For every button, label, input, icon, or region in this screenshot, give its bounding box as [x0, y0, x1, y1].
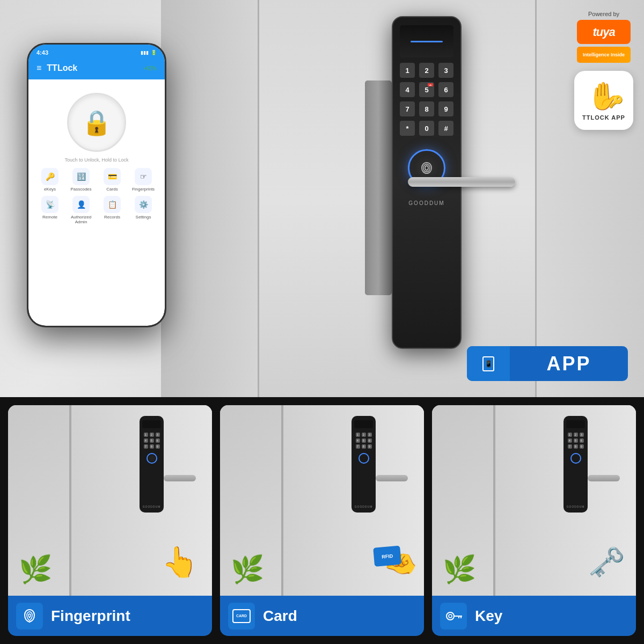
- fingerprint-door-sim: 🌿 1 2 3 4 5 6 7 8 9: [8, 405, 212, 596]
- signal-icon: ▮▮▮: [141, 50, 149, 55]
- passcodes-label: Passcodes: [70, 187, 91, 192]
- key-gesture: 🗝️: [588, 545, 625, 580]
- finger-gesture: 👆: [162, 545, 199, 580]
- menu-fingerprints[interactable]: ☞ Fingerprints: [130, 168, 157, 192]
- app-button[interactable]: 📱 APP: [467, 346, 628, 381]
- lock-circle[interactable]: 🔒: [67, 93, 126, 152]
- sim-handle-fp: [164, 475, 196, 481]
- handle-bar: [408, 177, 515, 187]
- settings-icon: ⚙️: [135, 196, 152, 213]
- unlock-text: Touch to Unlock, Hold to Lock: [64, 157, 128, 163]
- fingerprint-bar: Fingerprint: [8, 596, 212, 636]
- sim-handle-card: [376, 475, 408, 481]
- status-bar: 4:43 ▮▮▮ 🔋: [28, 45, 165, 61]
- status-icons: ▮▮▮ 🔋: [141, 50, 157, 55]
- remote-label: Remote: [42, 215, 57, 219]
- app-title: TTLock: [47, 63, 77, 73]
- ttlock-label: TTLOCK APP: [582, 114, 625, 121]
- menu-cards[interactable]: 💳 Cards: [99, 168, 126, 192]
- fingerprint-image: 🌿 1 2 3 4 5 6 7 8 9: [8, 405, 212, 596]
- mini-fp-ring-card: [358, 453, 369, 464]
- menu-settings[interactable]: ⚙️ Settings: [130, 196, 157, 224]
- fingerprint-label: Fingerprint: [51, 608, 130, 625]
- key-svg-icon: [444, 609, 463, 624]
- plant-fp: 🌿: [19, 554, 52, 585]
- key-0[interactable]: 0: [419, 121, 434, 136]
- tuya-name: tuya: [592, 25, 614, 39]
- key-overlay-icon: 🔑: [609, 95, 623, 109]
- mini-fp-inner: [149, 455, 155, 462]
- phone-time: 4:43: [36, 49, 48, 56]
- plant-key: 🌿: [443, 554, 476, 585]
- key-image: 🌿 1 2 3 4 5 6 7 8 9 GOODDUM: [432, 405, 636, 596]
- key-1[interactable]: 1: [400, 63, 415, 78]
- records-label: Records: [104, 215, 120, 219]
- cards-label: Cards: [106, 187, 118, 192]
- key-8[interactable]: 8: [419, 101, 434, 116]
- key-5[interactable]: 5 ok: [419, 82, 434, 97]
- mini-display-card: [354, 420, 373, 428]
- cards-icon: 💳: [104, 168, 121, 185]
- ekeys-label: eKeys: [44, 187, 56, 192]
- menu-passcodes[interactable]: 🔢 Passcodes: [68, 168, 94, 192]
- menu-records[interactable]: 📋 Records: [99, 196, 126, 224]
- phone: 4:43 ▮▮▮ 🔋 ≡ TTLock +42% 🔒 Touch to Unlo…: [27, 43, 166, 327]
- phone-container: 4:43 ▮▮▮ 🔋 ≡ TTLock +42% 🔒 Touch to Unlo…: [27, 43, 199, 354]
- key-label: Key: [475, 608, 502, 625]
- mini-lock-card: 1 2 3 4 5 6 7 8 9 GOODDUM: [352, 416, 376, 513]
- svg-point-3: [449, 614, 452, 618]
- key-bar: Key: [432, 596, 636, 636]
- tuya-badge: Powered by tuya Intelligence Inside ✋ 🔑 …: [574, 11, 633, 130]
- svg-point-2: [447, 612, 454, 620]
- battery-percentage: +42%: [143, 65, 157, 71]
- menu-ekeys[interactable]: 🔑 eKeys: [36, 168, 63, 192]
- app-screen-symbol: 📱: [485, 360, 493, 368]
- door-hardware: [365, 80, 392, 295]
- plant-card: 🌿: [231, 554, 264, 585]
- lock-brand-label: GOODDUM: [408, 200, 444, 206]
- menu-icon: ≡: [36, 63, 41, 73]
- ekeys-icon: 🔑: [41, 168, 58, 185]
- key-4[interactable]: 4: [400, 82, 415, 97]
- card-feature-card: 🌿 1 2 3 4 5 6 7 8 9 GOODDUM: [220, 405, 424, 636]
- mini-keypad-card: 1 2 3 4 5 6 7 8 9: [356, 433, 372, 449]
- card-bar: CARD Card: [220, 596, 424, 636]
- lock-display: [400, 25, 453, 57]
- sim-handle-key: [588, 475, 620, 481]
- battery-icon: 🔋: [151, 50, 157, 55]
- key-door-sim: 🌿 1 2 3 4 5 6 7 8 9 GOODDUM: [432, 405, 636, 596]
- key-6[interactable]: 6: [438, 82, 453, 97]
- lock-icon: 🔒: [82, 108, 112, 137]
- phone-menu-grid: 🔑 eKeys 🔢 Passcodes 💳 Cards ☞: [36, 168, 157, 224]
- mini-fp-ring-key: [570, 453, 581, 464]
- key-9[interactable]: 9: [438, 101, 453, 116]
- card-icon-badge: CARD: [228, 603, 255, 630]
- mini-keypad-fp: 1 2 3 4 5 6 7 8 9: [144, 433, 160, 449]
- settings-label: Settings: [136, 215, 151, 219]
- rfid-card-visual: RFID: [373, 546, 401, 567]
- keypad: 1 2 3 4 5 ok 6 7 8 9 * 0 #: [400, 63, 453, 136]
- bottom-section: 🌿 1 2 3 4 5 6 7 8 9: [0, 397, 644, 644]
- key-3[interactable]: 3: [438, 63, 453, 78]
- phone-body: 🔒 Touch to Unlock, Hold to Lock 🔑 eKeys …: [28, 79, 165, 237]
- key-star[interactable]: *: [400, 121, 415, 136]
- key-feature-card: 🌿 1 2 3 4 5 6 7 8 9 GOODDUM: [432, 405, 636, 636]
- card-label: Card: [263, 608, 297, 625]
- mini-keypad-key: 1 2 3 4 5 6 7 8 9: [568, 433, 584, 449]
- key-7[interactable]: 7: [400, 101, 415, 116]
- intelligence-badge: Intelligence Inside: [577, 47, 631, 63]
- mini-brand-key: GOODDUM: [567, 505, 585, 508]
- records-icon: 📋: [104, 196, 121, 213]
- key-2[interactable]: 2: [419, 63, 434, 78]
- ttlock-badge: ✋ 🔑 TTLOCK APP: [574, 71, 633, 130]
- menu-admin[interactable]: 👤 Authorized Admin: [68, 196, 94, 224]
- mini-brand-card: GOODDUM: [355, 505, 373, 508]
- menu-remote[interactable]: 📡 Remote: [36, 196, 63, 224]
- phone-header: ≡ TTLock +42%: [28, 61, 165, 79]
- mini-brand-fp: GOODDUM: [143, 505, 161, 508]
- display-line: [411, 41, 443, 42]
- card-door-sim: 🌿 1 2 3 4 5 6 7 8 9 GOODDUM: [220, 405, 424, 596]
- top-section: 1 2 3 4 5 ok 6 7 8 9 * 0 #: [0, 0, 644, 397]
- key-hash[interactable]: #: [438, 121, 453, 136]
- hand-key-icon: ✋ 🔑: [587, 80, 620, 112]
